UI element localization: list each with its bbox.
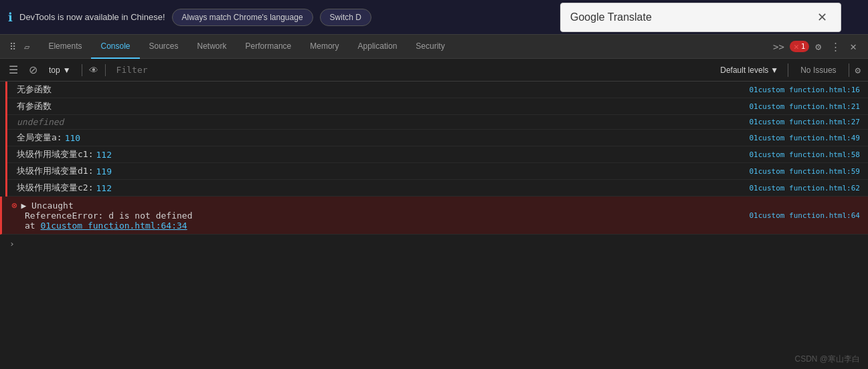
console-row-source[interactable]: 01custom function.html:27 xyxy=(741,116,868,128)
tab-sources[interactable]: Sources xyxy=(140,35,188,59)
row-prefix: 块级作用域变量d1: xyxy=(17,165,93,177)
always-match-button[interactable]: Always match Chrome's language xyxy=(172,9,313,26)
error-at-line: at 01custom function.html:64:34 xyxy=(25,221,187,231)
tab-bar: ⠿ ▱ Elements Console Sources Network Per… xyxy=(0,35,868,59)
row-value: 无参函数 xyxy=(17,84,52,96)
error-x-icon: ✕ xyxy=(794,41,799,51)
console-settings-icon[interactable]: ⚙ xyxy=(853,63,863,78)
sidebar-toggle-button[interactable]: ☰ xyxy=(5,62,21,78)
context-label: top xyxy=(49,66,60,75)
error-message-line: ReferenceError: d is not defined xyxy=(25,211,192,221)
devtools-close-icon[interactable]: ✕ xyxy=(847,37,860,55)
more-tabs-icon[interactable]: >> xyxy=(770,39,787,55)
console-row-text: 块级作用域变量c1: 112 xyxy=(7,148,741,161)
console-row-source[interactable]: 01custom function.html:58 xyxy=(741,148,868,161)
row-value: 112 xyxy=(96,150,111,160)
row-prefix: 块级作用域变量c1: xyxy=(17,148,93,160)
console-row: 全局变量a: 110 01custom function.html:49 xyxy=(7,130,868,146)
console-row-source[interactable]: 01custom function.html:49 xyxy=(741,131,868,144)
tab-memory[interactable]: Memory xyxy=(300,35,348,59)
console-row-text: 有参函数 xyxy=(7,100,741,113)
prompt-arrow-icon: › xyxy=(9,239,15,249)
row-value: undefined xyxy=(17,117,64,127)
no-issues-label: No Issues xyxy=(792,66,844,75)
tab-console[interactable]: Console xyxy=(91,35,139,59)
console-row: 块级作用域变量d1: 119 01custom function.html:59 xyxy=(7,163,868,180)
toolbar-divider-1 xyxy=(82,64,82,76)
eye-icon[interactable]: 👁 xyxy=(89,65,98,76)
mobile-icon[interactable]: ▱ xyxy=(21,39,32,55)
error-circle-icon: ⊗ xyxy=(11,200,17,211)
tab-elements[interactable]: Elements xyxy=(39,35,91,59)
info-icon: ℹ xyxy=(8,10,13,24)
tab-bar-right: >> ✕ 1 ⚙ ⋮ ✕ xyxy=(770,37,865,55)
console-row: 无参函数 01custom function.html:16 xyxy=(7,82,868,98)
toolbar-divider-2 xyxy=(105,64,106,76)
google-translate-close-button[interactable]: ✕ xyxy=(813,9,831,26)
console-row-source[interactable]: 01custom function.html:16 xyxy=(741,83,868,96)
context-dropdown-icon: ▼ xyxy=(63,66,71,75)
tab-application[interactable]: Application xyxy=(349,35,407,59)
console-content: 无参函数 01custom function.html:16 有参函数 01cu… xyxy=(0,82,868,369)
gear-icon[interactable]: ⚙ xyxy=(812,38,824,55)
error-at-text: at xyxy=(25,221,40,231)
console-row: undefined 01custom function.html:27 xyxy=(7,115,868,130)
google-translate-bar: Google Translate ✕ xyxy=(560,3,841,32)
default-levels-arrow: ▼ xyxy=(770,66,778,75)
clear-console-button[interactable]: ⊘ xyxy=(25,62,41,78)
console-row-text: undefined xyxy=(7,116,741,128)
error-content: ⊗ ▶ Uncaught ReferenceError: d is not de… xyxy=(2,198,741,233)
devtools-icons: ⠿ ▱ xyxy=(3,39,36,55)
toolbar-separator xyxy=(788,64,788,77)
tab-performance[interactable]: Performance xyxy=(236,35,301,59)
devtools-toggle-icon[interactable]: ⠿ xyxy=(7,39,19,55)
row-prefix: 全局变量a: xyxy=(17,132,62,144)
console-row-text: 块级作用域变量c2: 112 xyxy=(7,181,741,195)
console-row: 有参函数 01custom function.html:21 xyxy=(7,98,868,115)
console-row-text: 全局变量a: 110 xyxy=(7,131,741,144)
console-rows-container: 无参函数 01custom function.html:16 有参函数 01cu… xyxy=(5,82,868,197)
default-levels-button[interactable]: Default levels ▼ xyxy=(715,63,784,78)
tab-security[interactable]: Security xyxy=(406,35,454,59)
tab-network[interactable]: Network xyxy=(188,35,236,59)
error-source[interactable]: 01custom function.html:64 xyxy=(741,198,868,233)
error-title: ▶ Uncaught xyxy=(21,201,73,211)
console-row-text: 无参函数 xyxy=(7,83,741,96)
error-row: ⊗ ▶ Uncaught ReferenceError: d is not de… xyxy=(0,197,868,235)
console-toolbar: ☰ ⊘ top ▼ 👁 Default levels ▼ No Issues ⚙ xyxy=(0,59,868,82)
error-title-line: ⊗ ▶ Uncaught xyxy=(11,200,74,211)
notification-text: DevTools is now available in Chinese! xyxy=(19,12,165,22)
kebab-menu-icon[interactable]: ⋮ xyxy=(827,38,844,55)
row-value: 110 xyxy=(65,133,80,143)
switch-button[interactable]: Switch D xyxy=(320,9,371,26)
context-selector[interactable]: top ▼ xyxy=(45,64,75,77)
row-value: 112 xyxy=(96,183,111,193)
error-badge: ✕ 1 xyxy=(790,41,809,52)
console-row-source[interactable]: 01custom function.html:59 xyxy=(741,164,868,178)
google-translate-label: Google Translate xyxy=(570,11,813,23)
console-row: 块级作用域变量c2: 112 01custom function.html:62 xyxy=(7,180,868,197)
console-row-source[interactable]: 01custom function.html:21 xyxy=(741,100,868,113)
row-value: 有参函数 xyxy=(17,100,52,112)
console-row-text: 块级作用域变量d1: 119 xyxy=(7,164,741,178)
watermark: CSDN @寒山李白 xyxy=(794,354,860,365)
error-link[interactable]: 01custom function.html:64:34 xyxy=(40,221,187,231)
console-prompt: › xyxy=(0,235,868,252)
filter-input[interactable] xyxy=(112,64,711,76)
toolbar-separator-2 xyxy=(849,64,849,77)
console-row: 块级作用域变量c1: 112 01custom function.html:58 xyxy=(7,146,868,163)
notification-bar: ℹ DevTools is now available in Chinese! … xyxy=(0,0,868,35)
row-prefix: 块级作用域变量c2: xyxy=(17,182,93,194)
error-message: ReferenceError: d is not defined xyxy=(25,211,192,221)
console-row-source[interactable]: 01custom function.html:62 xyxy=(741,181,868,195)
error-count: 1 xyxy=(801,42,806,51)
default-levels-label: Default levels xyxy=(720,66,768,75)
row-value: 119 xyxy=(96,166,111,176)
